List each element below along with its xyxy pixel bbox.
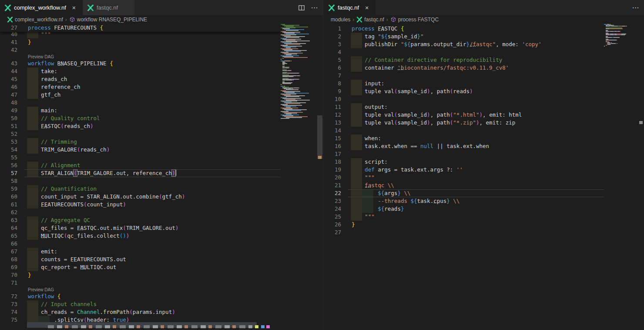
code-line[interactable]: 57 STAR_ALIGN(TRIM_GALORE.out, reference… bbox=[0, 169, 281, 177]
code-token bbox=[54, 293, 57, 300]
code-line[interactable]: 23 --threads ${task.cpus} \\ bbox=[324, 197, 604, 205]
code-line[interactable]: 48 bbox=[0, 99, 281, 107]
code-line[interactable]: 43workflow RNASEQ_PIPELINE { bbox=[0, 60, 281, 67]
tab-fastqc.nf[interactable]: fastqc.nf✕ bbox=[324, 0, 376, 15]
breadcrumb-label: process FASTQC bbox=[398, 17, 439, 23]
code-line[interactable]: 63 // Aggregate QC bbox=[0, 216, 281, 224]
code-token bbox=[28, 162, 41, 168]
code-line[interactable]: 75 .splitCsv(header: true) bbox=[0, 316, 281, 324]
code-line[interactable]: 62 bbox=[0, 209, 281, 216]
code-line[interactable]: 65 MULTIQC(qc_files.collect()) bbox=[0, 232, 281, 240]
code-line[interactable]: 22 ${args} \\ bbox=[324, 189, 604, 197]
code-line[interactable]: 11 output: bbox=[324, 103, 604, 111]
code-token: process bbox=[28, 24, 51, 31]
breadcrumb-item[interactable]: modules bbox=[331, 17, 350, 23]
code-editor[interactable]: 1process FASTQC {2 tag "${sample_id}"3 p… bbox=[324, 24, 644, 330]
minimap-bar bbox=[289, 83, 291, 84]
code-line[interactable]: 4 bbox=[324, 48, 604, 56]
code-token: reads_ch bbox=[80, 146, 106, 153]
code-line[interactable]: 55 bbox=[0, 154, 281, 162]
code-line[interactable]: 5 // Container directive for reproducibi… bbox=[324, 56, 604, 64]
code-line[interactable]: 56 // Alignment bbox=[0, 162, 281, 169]
codelens-preview-dag[interactable]: Preview DAG bbox=[0, 287, 281, 293]
scrollbar[interactable] bbox=[317, 24, 323, 330]
breadcrumb-item[interactable]: complex_workflow.nf bbox=[7, 17, 63, 23]
line-number: 23 bbox=[324, 197, 341, 205]
code-line[interactable]: 66 bbox=[0, 240, 281, 248]
tab-label: fastqc.nf bbox=[97, 4, 118, 11]
sticky-scroll-header[interactable]: 27process FEATURECOUNTS { bbox=[0, 24, 281, 32]
code-line[interactable]: 8 input: bbox=[324, 80, 604, 88]
code-line[interactable]: 13 tuple val(sample_id), path("*.zip"), … bbox=[324, 119, 604, 127]
line-number: 21 bbox=[324, 182, 341, 189]
code-line[interactable]: 24 ${reads} bbox=[324, 205, 604, 213]
code-line[interactable]: 16 task.ext.when == null || task.ext.whe… bbox=[324, 142, 604, 150]
code-line[interactable]: 61 FEATURECOUNTS(count_input) bbox=[0, 201, 281, 209]
code-token: , path bbox=[430, 119, 450, 126]
code-line[interactable]: 67 emit: bbox=[0, 248, 281, 256]
tab-complex_workflow.nf[interactable]: complex_workflow.nf✕ bbox=[0, 0, 83, 15]
code-line[interactable]: 64 qc_files = FASTQC.out.mix(TRIM_GALORE… bbox=[0, 224, 281, 232]
code-line[interactable]: 12 tuple val(sample_id), path("*.html"),… bbox=[324, 111, 604, 119]
code-line[interactable]: 54 TRIM_GALORE(reads_ch) bbox=[0, 146, 281, 154]
code-line[interactable]: 17 bbox=[324, 150, 604, 158]
code-line[interactable]: 72workflow { bbox=[0, 293, 281, 300]
code-line[interactable]: 69 qc_report = MULTIQC.out bbox=[0, 263, 281, 271]
code-editor[interactable]: 40 """41}42Preview DAG43workflow RNASEQ_… bbox=[0, 24, 323, 330]
code-line[interactable]: 51 FASTQC(reads_ch) bbox=[0, 122, 281, 130]
code-line[interactable]: 58 bbox=[0, 177, 281, 185]
code-token: TRIM_GALORE.out, reference_ch bbox=[77, 170, 172, 176]
code-line[interactable]: 2 tag "${sample_id}" bbox=[324, 33, 604, 40]
code-line[interactable]: 26} bbox=[324, 221, 604, 229]
scrollbar[interactable] bbox=[638, 24, 644, 330]
code-line[interactable]: 59 // Quantification bbox=[0, 185, 281, 193]
code-line[interactable]: 7 bbox=[324, 72, 604, 80]
code-line[interactable]: 21 fastqc \\ bbox=[324, 182, 604, 189]
code-line[interactable]: 15 when: bbox=[324, 135, 604, 142]
code-line[interactable]: 18 script: bbox=[324, 158, 604, 166]
code-line[interactable]: 60 count_input = STAR_ALIGN.out.combine(… bbox=[0, 193, 281, 201]
breadcrumb-item[interactable]: workflow RNASEQ_PIPELINE bbox=[69, 17, 147, 23]
code-line[interactable]: 45 reads_ch bbox=[0, 75, 281, 83]
breadcrumb-item[interactable]: fastqc.nf bbox=[356, 17, 384, 23]
code-line[interactable]: 20 """ bbox=[324, 174, 604, 182]
minimap[interactable] bbox=[281, 24, 317, 330]
code-line[interactable]: 50 // Quality control bbox=[0, 114, 281, 122]
tab-fastqc.nf[interactable]: fastqc.nf✕ bbox=[83, 0, 135, 15]
tab-close-icon[interactable]: ✕ bbox=[70, 4, 77, 11]
code-line[interactable]: 46 reference_ch bbox=[0, 83, 281, 91]
more-actions-icon: ⋯ bbox=[632, 3, 640, 12]
code-line[interactable]: 70} bbox=[0, 271, 281, 279]
code-line[interactable]: 52 bbox=[0, 130, 281, 138]
line-number: 43 bbox=[0, 60, 17, 67]
codelens-preview-dag[interactable]: Preview DAG bbox=[0, 54, 281, 60]
code-line[interactable]: 27 bbox=[324, 229, 604, 236]
code-line[interactable]: 49 main: bbox=[0, 107, 281, 114]
code-line[interactable]: 44 take: bbox=[0, 67, 281, 75]
code-line[interactable]: 27process FEATURECOUNTS { bbox=[0, 24, 281, 32]
code-line[interactable]: 14 bbox=[324, 127, 604, 135]
breadcrumb-item[interactable]: process FASTQC bbox=[390, 17, 439, 23]
code-line[interactable]: 42 bbox=[0, 46, 281, 54]
scrollbar-thumb[interactable] bbox=[317, 115, 322, 159]
code-line[interactable]: 3 publishDir "${params.output_dir}/fastq… bbox=[324, 40, 604, 48]
tab-close-icon[interactable]: ✕ bbox=[363, 4, 370, 11]
code-line[interactable]: 1process FASTQC { bbox=[324, 25, 604, 33]
code-line[interactable]: 71 bbox=[0, 279, 281, 287]
code-line[interactable]: 47 gtf_ch bbox=[0, 91, 281, 99]
code-line[interactable]: 6 container 'biocontainers/fastqc:v0.11.… bbox=[324, 64, 604, 72]
code-line[interactable]: 41} bbox=[0, 38, 281, 46]
code-line[interactable]: 19 def args = task.ext.args ?: '' bbox=[324, 166, 604, 174]
code-line[interactable]: 9 tuple val(sample_id), path(reads) bbox=[324, 88, 604, 95]
code-line[interactable]: 73 // Input channels bbox=[0, 300, 281, 308]
code-line[interactable]: 10 bbox=[324, 95, 604, 103]
code-line[interactable]: 25 """ bbox=[324, 213, 604, 221]
code-line[interactable]: 74 ch_reads = Channel.fromPath(params.in… bbox=[0, 308, 281, 316]
split-editor-icon[interactable] bbox=[297, 3, 306, 13]
nextflow-icon bbox=[4, 4, 11, 11]
code-line[interactable]: 68 counts = FEATURECOUNTS.out bbox=[0, 256, 281, 263]
code-line[interactable]: 53 // Trimming bbox=[0, 138, 281, 146]
minimap[interactable] bbox=[604, 24, 638, 330]
more-actions-icon[interactable]: ⋯ bbox=[631, 3, 641, 13]
more-actions-icon[interactable]: ⋯ bbox=[310, 3, 319, 13]
